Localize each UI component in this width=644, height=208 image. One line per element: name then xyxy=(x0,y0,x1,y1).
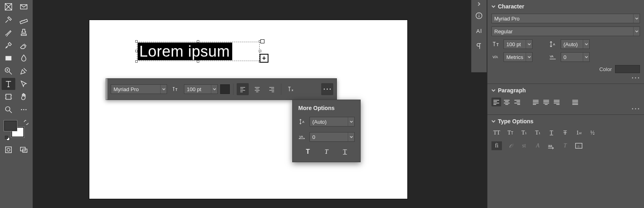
direct-selection-tool[interactable] xyxy=(17,78,31,90)
para-justify-right[interactable] xyxy=(552,98,561,106)
sample-text[interactable]: Lorem ipsum xyxy=(138,43,230,60)
all-caps-button[interactable]: TT xyxy=(491,128,502,137)
para-align-left[interactable] xyxy=(491,98,501,106)
paragraph-panel-icon[interactable] xyxy=(473,40,485,52)
underline-button[interactable]: T xyxy=(546,128,557,137)
type-options-panel: Type Options TT TT T1 T1 T T 1st ½ fi 𝒪 … xyxy=(487,115,644,158)
paragraph-panel-menu[interactable] xyxy=(491,107,640,110)
color-label: Color xyxy=(599,66,612,72)
hand-tool[interactable] xyxy=(17,91,31,103)
type-control-bar[interactable]: Myriad Pro 100 pt xyxy=(105,78,337,100)
handle-mb[interactable] xyxy=(197,60,199,63)
chevron-down-icon xyxy=(211,85,217,94)
zoom-tool[interactable] xyxy=(2,104,15,116)
pen-tool[interactable] xyxy=(17,65,31,77)
expand-dock-icon[interactable] xyxy=(471,2,487,6)
tool-envelope-icon[interactable] xyxy=(17,1,31,13)
para-align-right[interactable] xyxy=(512,98,522,106)
underline-button[interactable]: T xyxy=(341,147,349,156)
align-right-button[interactable] xyxy=(266,83,278,95)
chevron-down-icon xyxy=(160,85,167,94)
info-panel-icon[interactable] xyxy=(473,10,485,22)
ordinal-button[interactable]: 1st xyxy=(574,128,584,137)
font-family-dropdown[interactable]: Myriad Pro xyxy=(111,84,167,94)
align-center-button[interactable] xyxy=(251,83,263,95)
stylistic-alt-button[interactable]: aa xyxy=(546,141,557,150)
character-panel-header[interactable]: Character xyxy=(491,3,640,10)
out-port-top[interactable] xyxy=(260,39,264,43)
tool-frame[interactable] xyxy=(2,1,15,13)
bold-button[interactable]: T xyxy=(303,147,312,156)
rectangle-tool[interactable] xyxy=(2,52,15,64)
font-size-dropdown[interactable]: 100 pt xyxy=(184,84,218,94)
para-align-center[interactable] xyxy=(502,98,512,106)
paragraph-panel-header[interactable]: Paragraph xyxy=(491,87,640,94)
small-caps-button[interactable]: TT xyxy=(505,128,516,137)
handle-ml[interactable] xyxy=(135,50,138,52)
fractions-button[interactable]: ½ xyxy=(587,128,598,137)
dock-icon-strip: A xyxy=(471,0,487,72)
color-swatches[interactable] xyxy=(4,120,28,140)
discretionary-ligatures-button[interactable]: 𝒪 xyxy=(505,141,516,150)
chevron-down-icon xyxy=(491,119,495,123)
char-leading-dropdown[interactable]: (Auto) xyxy=(561,39,590,49)
eraser-tool[interactable] xyxy=(17,39,31,51)
artboard-tool[interactable] xyxy=(2,91,15,103)
quickmask-tool[interactable] xyxy=(2,144,15,156)
char-font-style-dropdown[interactable]: Regular xyxy=(491,27,640,36)
superscript-button[interactable]: T1 xyxy=(519,128,529,137)
svg-point-51 xyxy=(324,89,325,90)
para-justify-all[interactable] xyxy=(570,98,580,106)
char-font-family-dropdown[interactable]: Myriad Pro xyxy=(491,14,640,23)
chevron-down-icon xyxy=(583,53,589,61)
handle-tl[interactable] xyxy=(135,40,138,43)
char-font-size-dropdown[interactable]: 100 pt xyxy=(504,39,533,49)
brush-tool[interactable] xyxy=(2,27,15,39)
strikethrough-button[interactable]: T xyxy=(560,128,570,137)
screenmode-tool[interactable] xyxy=(17,144,31,156)
font-size-icon xyxy=(491,40,500,49)
ligatures-button[interactable]: fi xyxy=(491,141,502,150)
popover-title: More Options xyxy=(298,105,355,111)
para-justify-center[interactable] xyxy=(541,98,551,106)
leading-dropdown[interactable]: (Auto) xyxy=(310,117,355,126)
eyedropper-tool[interactable] xyxy=(2,14,15,26)
handle-mt[interactable] xyxy=(197,40,199,43)
character-panel-icon[interactable]: A xyxy=(473,25,485,37)
text-frame[interactable]: Lorem ipsum + xyxy=(137,42,260,61)
stamp-tool[interactable] xyxy=(17,27,31,39)
swash-button[interactable]: A xyxy=(533,141,543,150)
healing-brush-tool[interactable] xyxy=(2,39,15,51)
chevron-down-icon xyxy=(491,88,495,92)
character-panel-menu[interactable] xyxy=(491,76,640,80)
handle-mr[interactable] xyxy=(259,50,261,52)
dodge-tool[interactable] xyxy=(2,65,15,77)
svg-point-30 xyxy=(7,148,10,151)
type-tool[interactable] xyxy=(2,78,15,90)
out-port-plus[interactable]: + xyxy=(260,54,268,63)
measure-tool[interactable] xyxy=(17,14,31,26)
text-color-chip[interactable] xyxy=(220,84,230,94)
char-tracking-dropdown[interactable]: 0 xyxy=(561,52,590,62)
foreground-swatch[interactable] xyxy=(4,120,17,131)
default-colors-icon[interactable] xyxy=(5,136,10,141)
subscript-button[interactable]: T1 xyxy=(533,128,543,137)
swap-colors-icon[interactable] xyxy=(23,120,29,125)
tracking-dropdown[interactable]: 0 xyxy=(310,132,355,142)
align-left-button[interactable] xyxy=(237,83,249,95)
contextual-alt-button[interactable]: a xyxy=(574,141,584,150)
titling-alt-button[interactable]: T xyxy=(560,141,570,150)
char-kerning-dropdown[interactable]: Metrics xyxy=(504,52,533,62)
toolbox xyxy=(0,0,33,208)
char-color-chip[interactable] xyxy=(615,65,640,73)
more-options-button[interactable] xyxy=(321,83,333,95)
toolbox-more-icon[interactable] xyxy=(17,104,31,116)
italic-button[interactable]: T xyxy=(322,147,331,156)
blur-tool[interactable] xyxy=(17,52,31,64)
clear-overrides-button[interactable] xyxy=(285,83,297,95)
type-options-panel-header[interactable]: Type Options xyxy=(491,118,640,124)
handle-bl[interactable] xyxy=(135,60,138,63)
artboard[interactable]: Lorem ipsum + Myriad Pro 100 pt xyxy=(89,20,407,199)
para-justify-left[interactable] xyxy=(531,98,541,106)
standard-ligatures-button[interactable]: st xyxy=(519,141,529,150)
